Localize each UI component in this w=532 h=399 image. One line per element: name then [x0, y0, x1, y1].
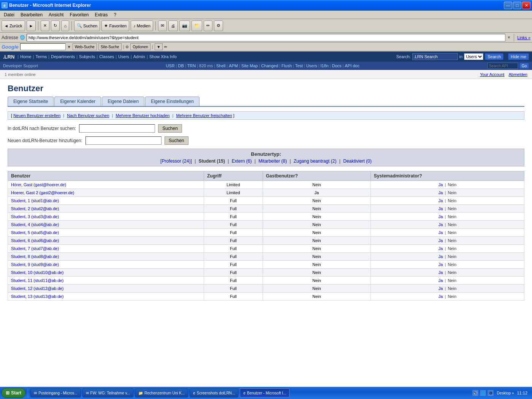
tab-einstellungen[interactable]: Eigene Einstellungen — [145, 97, 200, 106]
options-button[interactable]: Optionen — [130, 43, 150, 50]
user-link[interactable]: Student, 10 (stud10@ab.de) — [11, 270, 63, 275]
dev-apm[interactable]: APM — [229, 63, 238, 68]
menu-favoriten[interactable]: Favoriten — [67, 11, 91, 18]
dev-i18n[interactable]: I18n — [320, 63, 328, 68]
user-link[interactable]: Student, 4 (stud4@ab.de) — [11, 222, 59, 227]
tab-dateien[interactable]: Eigene Dateien — [102, 97, 144, 106]
tab-kalender[interactable]: Eigener Kalender — [54, 97, 101, 106]
hochladen-link[interactable]: Mehrere Benutzer hochladen — [116, 113, 170, 118]
web-search-button[interactable]: Web-Suche — [73, 43, 97, 50]
ja-link[interactable]: Ja — [439, 214, 443, 219]
user-link[interactable]: Student, 8 (stud8@ab.de) — [11, 254, 59, 259]
nav-admin[interactable]: Admin — [132, 54, 147, 59]
camera-button[interactable]: 📷 — [179, 21, 190, 31]
ja-link[interactable]: Ja — [439, 222, 443, 227]
suchen-button-1[interactable]: Suchen — [158, 124, 182, 133]
user-link[interactable]: Student, 9 (stud9@ab.de) — [11, 262, 59, 267]
api-search-input[interactable] — [488, 63, 518, 69]
address-dropdown[interactable]: ▼ — [507, 35, 511, 40]
ja-link[interactable]: Ja — [439, 262, 443, 267]
back-button[interactable]: ◄ Zurück — [2, 21, 25, 31]
nach-benutzer-link[interactable]: Nach Benutzer suchen — [67, 113, 109, 118]
user-link[interactable]: Student, 3 (stud3@ab.de) — [11, 214, 59, 219]
close-button[interactable]: ✕ — [522, 2, 530, 9]
dev-shell[interactable]: Shell — [216, 63, 225, 68]
search-scope-select[interactable]: Users All — [464, 53, 483, 60]
nav-terms[interactable]: Terms — [34, 54, 48, 59]
dev-trn[interactable]: TRN — [187, 63, 196, 68]
forward-button[interactable]: ► — [27, 21, 36, 31]
google-search-input[interactable] — [20, 43, 66, 50]
ja-link[interactable]: Ja — [439, 278, 443, 283]
google-wand[interactable]: ✏ — [164, 45, 167, 49]
tools-button[interactable]: ⚙ — [214, 21, 223, 31]
bt-zugang[interactable]: Zugang beantragt (2) — [294, 158, 337, 164]
menu-bearbeiten[interactable]: Bearbeiten — [18, 11, 45, 18]
nav-departments[interactable]: Departments — [49, 54, 76, 59]
your-account-link[interactable]: Your Account — [480, 72, 504, 77]
bt-mitarbeiter[interactable]: Mitarbeiter (8) — [258, 158, 287, 164]
freischalten-link[interactable]: Mehrere Benutzer freischalten — [176, 113, 232, 118]
suchen-button-2[interactable]: Suchen — [165, 136, 188, 145]
search-input-top[interactable] — [412, 53, 458, 60]
ja-link[interactable]: Ja — [439, 238, 443, 243]
nav-classes[interactable]: Classes — [98, 54, 116, 59]
ja-link[interactable]: Ja — [439, 190, 443, 195]
site-search-button[interactable]: Site-Suche — [98, 43, 122, 50]
address-input[interactable] — [27, 34, 505, 41]
nav-users[interactable]: Users — [117, 54, 131, 59]
mail-button[interactable]: ✉ — [158, 21, 167, 31]
user-link[interactable]: Student, 12 (stud12@ab.de) — [11, 286, 63, 291]
media-button[interactable]: ♪ Medien — [131, 21, 153, 31]
menu-datei[interactable]: Datei — [2, 11, 17, 18]
ja-link[interactable]: Ja — [439, 230, 443, 235]
search-submit-button[interactable]: Search — [485, 53, 504, 60]
ja-link[interactable]: Ja — [439, 286, 443, 291]
edit-button[interactable]: ✏ — [204, 21, 212, 31]
ja-link[interactable]: Ja — [439, 294, 443, 299]
dev-docs[interactable]: Docs — [332, 63, 342, 68]
ja-link[interactable]: Ja — [439, 198, 443, 203]
nav-xtra[interactable]: Show Xtra Info — [148, 54, 178, 59]
search-button[interactable]: 🔍 Suchen — [74, 21, 100, 31]
user-link[interactable]: Student, 6 (stud6@ab.de) — [11, 238, 59, 243]
dev-db[interactable]: DB — [178, 63, 184, 68]
api-go-button[interactable]: Go — [519, 63, 529, 69]
user-link[interactable]: Student, 11 (stud11@ab.de) — [11, 278, 63, 283]
links-button[interactable]: Links » — [517, 35, 530, 40]
user-link[interactable]: Student, 5 (stud5@ab.de) — [11, 230, 59, 235]
dev-sitemap[interactable]: Site Map — [241, 63, 258, 68]
ja-link[interactable]: Ja — [439, 254, 443, 259]
tab-startseite[interactable]: Eigene Startseite — [8, 97, 54, 106]
options-icon[interactable]: ⚙ — [125, 45, 129, 49]
title-bar-buttons[interactable]: — □ ✕ — [504, 2, 530, 9]
user-link[interactable]: Hoerer, Gast 2 (gast2@hoerer.de) — [11, 190, 74, 195]
favorites-button[interactable]: ★ Favoriten — [101, 21, 129, 31]
print-button[interactable]: 🖨 — [168, 21, 178, 31]
ja-link[interactable]: Ja — [439, 246, 443, 251]
menu-ansicht[interactable]: Ansicht — [46, 11, 66, 18]
menu-help[interactable]: ? — [111, 11, 119, 18]
nav-subjects[interactable]: Subjects — [78, 54, 97, 59]
user-link[interactable]: Student, 13 (stud13@ab.de) — [11, 294, 63, 299]
dev-usr[interactable]: USR — [166, 63, 174, 68]
folder-button[interactable]: 📁 — [192, 21, 202, 31]
user-link[interactable]: Hörer, Gast (gast@hoerer.de) — [11, 182, 66, 187]
dev-changed[interactable]: Changed — [261, 63, 278, 68]
ja-link[interactable]: Ja — [439, 182, 443, 187]
bt-extern[interactable]: Extern (6) — [232, 158, 252, 164]
search-input-1[interactable] — [79, 124, 155, 133]
neuen-benutzer-link[interactable]: Neuen Benutzer erstellen — [13, 113, 60, 118]
user-link[interactable]: Student, 1 (stud1@ab.de) — [11, 198, 59, 203]
dev-users[interactable]: Users — [306, 63, 317, 68]
home-button[interactable]: ⌂ — [61, 21, 69, 31]
dev-apidoc[interactable]: API doc — [345, 63, 359, 68]
google-tools-button[interactable]: ▼ — [155, 43, 163, 50]
nav-home[interactable]: Home — [19, 54, 33, 59]
bt-deaktiviert[interactable]: Deaktiviert (0) — [343, 158, 372, 164]
menu-extras[interactable]: Extras — [92, 11, 110, 18]
google-dropdown[interactable]: ▼ — [67, 45, 71, 49]
user-link[interactable]: Student, 2 (stud2@ab.de) — [11, 206, 59, 211]
dev-flush[interactable]: Flush — [282, 63, 292, 68]
refresh-button[interactable]: ↻ — [51, 21, 60, 31]
